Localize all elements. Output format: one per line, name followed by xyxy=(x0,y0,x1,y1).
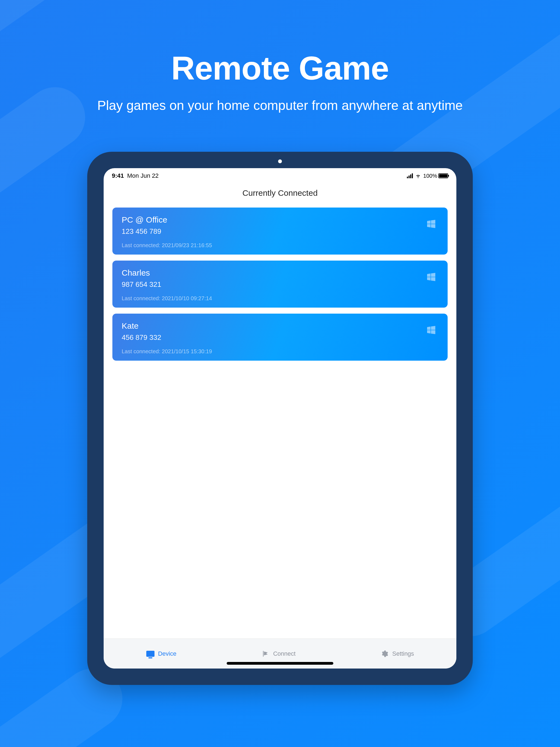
status-time: 9:41 xyxy=(112,172,124,179)
tab-label: Settings xyxy=(392,650,414,657)
device-name: Kate xyxy=(122,321,438,331)
hero-subtitle: Play games on your home computer from an… xyxy=(0,98,560,113)
tab-settings[interactable]: Settings xyxy=(380,649,414,658)
tablet-frame: 9:41 Mon Jun 22 100% Currently Connected… xyxy=(87,152,473,685)
device-card[interactable]: Kate 456 879 332 Last connected: 2021/10… xyxy=(112,314,448,361)
battery-text: 100% xyxy=(423,173,437,179)
hero-block: Remote Game Play games on your home comp… xyxy=(0,49,560,113)
camera-dot xyxy=(278,159,282,163)
tab-label: Device xyxy=(158,650,176,657)
windows-icon xyxy=(426,272,437,282)
monitor-icon xyxy=(146,649,155,658)
device-list: PC @ Office 123 456 789 Last connected: … xyxy=(104,208,456,639)
page-title: Currently Connected xyxy=(104,188,456,198)
tab-bar: Device Connect Settings xyxy=(104,639,456,669)
windows-icon xyxy=(426,218,437,229)
status-bar: 9:41 Mon Jun 22 100% xyxy=(104,168,456,183)
windows-icon xyxy=(426,325,437,335)
device-name: PC @ Office xyxy=(122,215,438,225)
tab-label: Connect xyxy=(273,650,296,657)
signal-icon xyxy=(407,173,413,178)
status-date: Mon Jun 22 xyxy=(127,172,159,179)
home-indicator[interactable] xyxy=(227,662,333,665)
device-card[interactable]: PC @ Office 123 456 789 Last connected: … xyxy=(112,208,448,255)
battery-icon xyxy=(438,173,448,178)
device-id: 123 456 789 xyxy=(122,227,438,236)
device-last-connected: Last connected: 2021/09/23 21:16:55 xyxy=(122,242,438,249)
device-last-connected: Last connected: 2021/10/15 15:30:19 xyxy=(122,349,438,355)
device-name: Charles xyxy=(122,268,438,278)
device-id: 987 654 321 xyxy=(122,280,438,289)
screen: 9:41 Mon Jun 22 100% Currently Connected… xyxy=(104,168,456,669)
wifi-icon xyxy=(415,173,421,179)
hero-title: Remote Game xyxy=(0,49,560,87)
device-last-connected: Last connected: 2021/10/10 09:27:14 xyxy=(122,295,438,302)
tab-connect[interactable]: Connect xyxy=(261,649,296,658)
flag-icon xyxy=(261,649,270,658)
device-card[interactable]: Charles 987 654 321 Last connected: 2021… xyxy=(112,261,448,308)
gear-icon xyxy=(380,649,389,658)
tab-device[interactable]: Device xyxy=(146,649,176,658)
device-id: 456 879 332 xyxy=(122,333,438,342)
